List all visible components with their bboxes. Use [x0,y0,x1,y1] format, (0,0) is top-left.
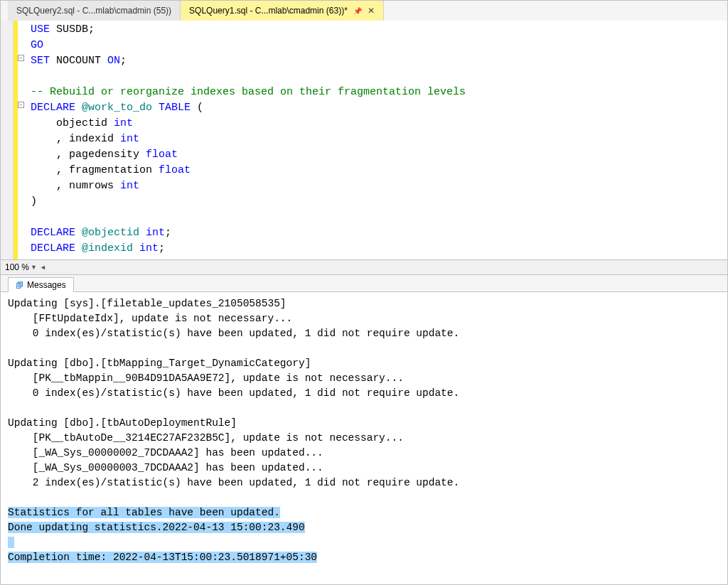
code-editor[interactable]: − − USE SUSDB; GO SET NOCOUNT ON; -- Reb… [1,21,727,259]
output-line: [PK__tbAutoDe__3214EC27AF232B5C], update… [8,432,404,444]
chevron-left-icon[interactable]: ◄ [40,264,46,271]
line-gutter [1,21,14,259]
output-line: [_WA_Sys_00000003_7DCDAAA2] has been upd… [8,462,323,473]
pin-icon[interactable]: 📌 [353,7,362,15]
output-line: Updating [sys].[filetable_updates_210505… [8,298,287,309]
output-highlighted: Done updating statistics.2022-04-13 15:0… [8,522,305,533]
collapse-toggle[interactable]: − [18,55,24,61]
chevron-down-icon: ▼ [31,264,37,271]
tab-bar: SQLQuery2.sql - C...mlab\cmadmin (55)) S… [1,1,727,21]
zoom-value: 100 % [5,262,29,272]
output-line: Updating [dbo].[tbAutoDeploymentRule] [8,417,237,429]
output-line: 0 index(es)/statistic(s) have been updat… [8,328,459,339]
output-highlighted: Completion time: 2022-04-13T15:00:23.501… [8,552,317,563]
close-icon[interactable]: ✕ [368,6,375,16]
messages-tab-label: Messages [27,280,66,290]
output-line: [_WA_Sys_00000002_7DCDAAA2] has been upd… [8,447,323,458]
messages-icon: 🗐 [16,281,23,289]
code-content[interactable]: USE SUSDB; GO SET NOCOUNT ON; -- Rebuild… [28,21,727,259]
output-line: 0 index(es)/statistic(s) have been updat… [8,387,459,399]
zoom-bar: 100 % ▼ ◄ [1,259,727,275]
messages-tab[interactable]: 🗐 Messages [8,277,74,292]
results-tab-bar: 🗐 Messages [1,275,727,292]
messages-output[interactable]: Updating [sys].[filetable_updates_210505… [1,292,727,584]
tab-label: SQLQuery2.sql - C...mlab\cmadmin (55)) [16,6,171,16]
output-highlighted [8,537,14,548]
collapse-gutter: − − [18,21,28,259]
output-line: 2 index(es)/statistic(s) have been updat… [8,477,459,488]
output-line: [PK__tbMappin__90B4D91DA5AA9E72], update… [8,372,404,384]
output-line: [FFtUpdateIdx], update is not necessary.… [8,313,292,324]
tab-inactive[interactable]: SQLQuery2.sql - C...mlab\cmadmin (55)) [8,1,181,21]
zoom-dropdown[interactable]: 100 % ▼ [5,262,37,272]
collapse-toggle[interactable]: − [18,102,24,108]
tab-active[interactable]: SQLQuery1.sql - C...mlab\cmadmin (63))* … [181,1,384,21]
output-highlighted: Statistics for all tables have been upda… [8,507,280,518]
output-line: Updating [dbo].[tbMapping_Target_Dynamic… [8,358,311,369]
tab-label: SQLQuery1.sql - C...mlab\cmadmin (63))* [189,6,348,16]
